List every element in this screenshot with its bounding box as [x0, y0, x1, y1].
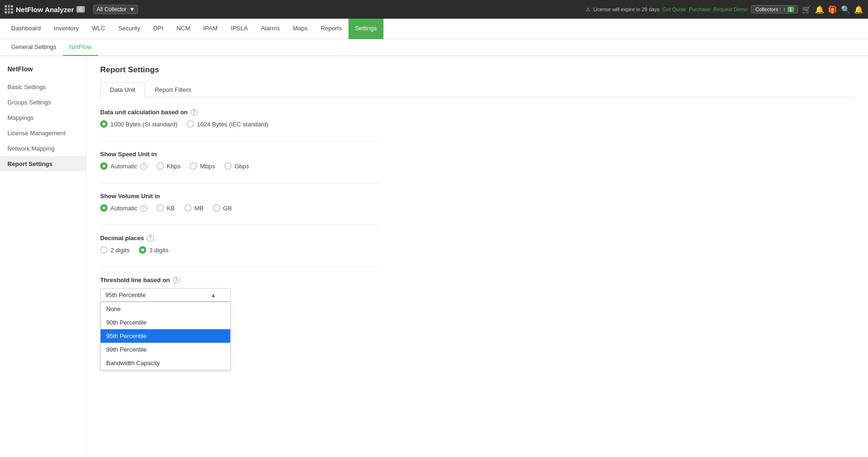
sidebar-item-network-mapping[interactable]: Network Mapping: [0, 141, 86, 156]
nav-dpi[interactable]: DPI: [147, 19, 170, 39]
nav-maps[interactable]: Maps: [286, 19, 314, 39]
radio-volume-mb[interactable]: MB: [184, 204, 204, 212]
nav-alarms[interactable]: Alarms: [254, 19, 286, 39]
brand-name: NetFlow Analyzer: [16, 6, 74, 14]
decimal-help-icon[interactable]: ?: [147, 235, 154, 242]
speed-auto-help-icon[interactable]: ?: [140, 163, 147, 170]
collector-selector[interactable]: All Collector ▼: [93, 5, 138, 14]
data-unit-help-icon[interactable]: ?: [191, 109, 198, 116]
cart-icon[interactable]: 🛒: [802, 5, 811, 14]
nav-wlc[interactable]: WLC: [85, 19, 112, 39]
data-unit-label: Data unit calculation based on ?: [100, 109, 854, 116]
nav-dashboard[interactable]: Dashboard: [5, 19, 48, 39]
radio-circle-1024: [187, 120, 194, 128]
radio-circle-2digits: [100, 246, 108, 254]
subnav: General Settings NetFlow: [0, 39, 868, 56]
volume-auto-help-icon[interactable]: ?: [140, 205, 147, 212]
chevron-down-icon: ▼: [129, 6, 135, 13]
radio-speed-kbps[interactable]: Kbps: [157, 162, 181, 170]
radio-circle-3digits: [139, 246, 146, 254]
collectors-label: Collectors :: [755, 7, 781, 12]
radio-circle-kb: [157, 204, 164, 212]
subnav-general-settings[interactable]: General Settings: [5, 39, 63, 56]
sidebar-item-groups-settings[interactable]: Groups Settings: [0, 95, 86, 110]
decimal-places-section: Decimal places ? 2 digits 3 digits: [100, 235, 854, 254]
license-text: License will expire in 29 days: [593, 7, 659, 12]
volume-unit-radio-group: Automatic ? KB MB GB: [100, 204, 854, 212]
radio-circle-mbps: [190, 162, 197, 170]
brand-badge: C: [76, 6, 85, 13]
nav-ipsla[interactable]: IPSLA: [224, 19, 254, 39]
radio-3-digits[interactable]: 3 digits: [139, 246, 168, 254]
threshold-option-99th[interactable]: 99th Percentile: [101, 343, 230, 356]
sidebar-title: NetFlow: [0, 61, 86, 79]
purchase-link[interactable]: Purchase: [689, 7, 710, 12]
subnav-netflow[interactable]: NetFlow: [63, 39, 98, 56]
nav-reports[interactable]: Reports: [314, 19, 349, 39]
nav-ncm[interactable]: NCM: [170, 19, 197, 39]
search-icon[interactable]: 🔍: [841, 5, 850, 14]
threshold-dropdown[interactable]: 95th Percentile ▲: [100, 288, 231, 302]
grid-icon: [5, 5, 13, 14]
radio-circle-kbps: [157, 162, 164, 170]
page-title: Report Settings: [100, 65, 854, 75]
data-unit-section: Data unit calculation based on ? 1000 By…: [100, 109, 854, 128]
sidebar-item-report-settings[interactable]: Report Settings: [0, 156, 86, 172]
radio-2-digits[interactable]: 2 digits: [100, 246, 130, 254]
decimal-radio-group: 2 digits 3 digits: [100, 246, 854, 254]
decimal-places-label: Decimal places ?: [100, 235, 854, 242]
gift-icon[interactable]: 🎁: [828, 5, 837, 14]
tab-report-filters[interactable]: Report Filters: [145, 82, 201, 97]
collectors-count: 1: [787, 7, 794, 12]
main-navbar: Dashboard Inventory WLC Security DPI NCM…: [0, 19, 868, 39]
speed-unit-section: Show Speed Unit in Automatic ? Kbps Mbps: [100, 151, 854, 170]
collectors-badge: Collectors : ↑ 1: [751, 5, 798, 14]
threshold-help-icon[interactable]: ?: [173, 277, 180, 284]
radio-circle-speed-auto: [100, 162, 108, 170]
radio-circle-gb: [213, 204, 220, 212]
threshold-option-bandwidth[interactable]: Bandwidth Capacity: [101, 356, 230, 370]
radio-speed-gbps[interactable]: Gbps: [224, 162, 249, 170]
content-layout: NetFlow Basic Settings Groups Settings M…: [0, 56, 868, 457]
sidebar-item-basic-settings[interactable]: Basic Settings: [0, 79, 86, 95]
threshold-option-95th[interactable]: 95th Percentile: [101, 329, 230, 343]
radio-circle-mb: [184, 204, 191, 212]
license-info: ⚠ License will expire in 29 days Get Quo…: [586, 7, 747, 13]
sidebar: NetFlow Basic Settings Groups Settings M…: [0, 56, 86, 457]
radio-circle-volume-auto: [100, 204, 108, 212]
nav-settings[interactable]: Settings: [349, 19, 383, 39]
volume-unit-section: Show Volume Unit in Automatic ? KB MB: [100, 193, 854, 212]
radio-volume-gb[interactable]: GB: [213, 204, 232, 212]
tab-data-unit[interactable]: Data Unit: [100, 82, 145, 97]
radio-volume-kb[interactable]: KB: [157, 204, 175, 212]
radio-speed-mbps[interactable]: Mbps: [190, 162, 215, 170]
radio-circle-1000: [100, 120, 108, 128]
data-unit-radio-group: 1000 Bytes (SI standard) 1024 Bytes (IEC…: [100, 120, 854, 128]
nav-ipam[interactable]: IPAM: [197, 19, 224, 39]
sidebar-item-license-management[interactable]: License Management: [0, 125, 86, 141]
tabs: Data Unit Report Filters: [100, 82, 854, 97]
speed-unit-radio-group: Automatic ? Kbps Mbps Gbps: [100, 162, 854, 170]
threshold-dropdown-menu: None 90th Percentile 95th Percentile 99t…: [100, 302, 231, 370]
notification-icon[interactable]: 🔔: [854, 5, 863, 14]
radio-1000-bytes[interactable]: 1000 Bytes (SI standard): [100, 120, 178, 128]
threshold-section: Threshold line based on ? 95th Percentil…: [100, 277, 854, 302]
volume-unit-label: Show Volume Unit in: [100, 193, 854, 200]
radio-speed-auto[interactable]: Automatic ?: [100, 162, 147, 170]
radio-1024-bytes[interactable]: 1024 Bytes (IEC standard): [187, 120, 268, 128]
dropdown-arrow-icon: ▲: [211, 292, 216, 298]
bell-icon[interactable]: 🔔: [815, 5, 824, 14]
main-content: Report Settings Data Unit Report Filters…: [86, 56, 868, 457]
speed-unit-label: Show Speed Unit in: [100, 151, 854, 158]
nav-security[interactable]: Security: [112, 19, 147, 39]
brand: NetFlow Analyzer C: [5, 5, 85, 14]
nav-inventory[interactable]: Inventory: [48, 19, 85, 39]
threshold-dropdown-wrapper: 95th Percentile ▲ None 90th Percentile 9…: [100, 288, 231, 302]
topbar: NetFlow Analyzer C All Collector ▼ ⚠ Lic…: [0, 0, 868, 19]
threshold-option-none[interactable]: None: [101, 302, 230, 316]
radio-volume-auto[interactable]: Automatic ?: [100, 204, 147, 212]
sidebar-item-mappings[interactable]: Mappings: [0, 110, 86, 125]
request-demo-link[interactable]: Request Demo: [713, 7, 747, 12]
threshold-option-90th[interactable]: 90th Percentile: [101, 316, 230, 329]
get-quote-link[interactable]: Get Quote: [663, 7, 686, 12]
